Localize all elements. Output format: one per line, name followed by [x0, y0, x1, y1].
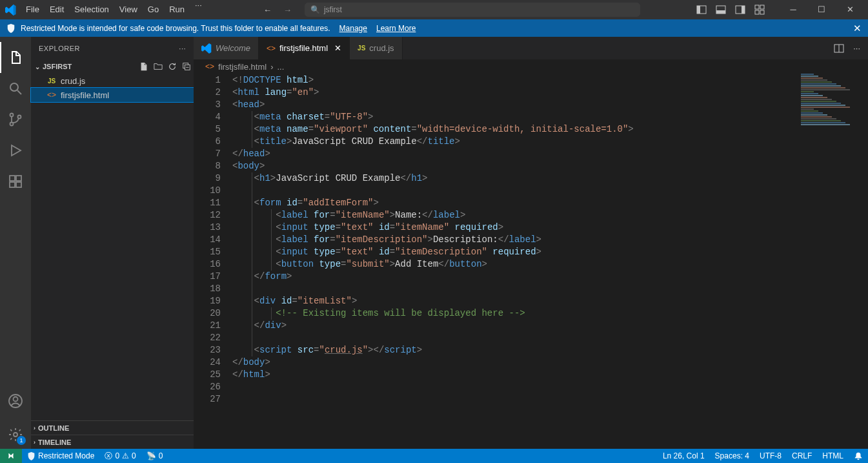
- activity-bar: 1: [0, 37, 31, 449]
- shield-icon: [6, 24, 15, 33]
- tab-label: firstjsfile.html: [279, 43, 328, 53]
- nav-arrows: ← →: [263, 5, 305, 15]
- js-file-icon: JS: [358, 45, 365, 52]
- file-label: firstjsfile.html: [61, 90, 109, 100]
- activity-source-control-icon[interactable]: [0, 104, 31, 135]
- sidebar-more-icon[interactable]: ···: [179, 45, 186, 52]
- tab-label: crud.js: [369, 43, 394, 53]
- svg-line-11: [17, 90, 21, 94]
- nav-back-icon[interactable]: ←: [263, 5, 272, 15]
- status-problems[interactable]: ⓧ0 ⚠0: [99, 451, 141, 462]
- sidebar-title: EXPLORER: [39, 45, 80, 52]
- status-eol[interactable]: CRLF: [787, 451, 817, 460]
- window-maximize-icon[interactable]: ☐: [807, 0, 836, 19]
- line-numbers: 1234567891011121314151617181920212223242…: [194, 74, 232, 449]
- banner-learn-link[interactable]: Learn More: [376, 24, 416, 33]
- customize-layout-icon[interactable]: [754, 5, 765, 15]
- html-file-icon: <>: [205, 62, 214, 71]
- tab-welcome[interactable]: Welcome: [194, 37, 259, 59]
- window-close-icon[interactable]: ✕: [836, 0, 864, 19]
- toggle-primary-sidebar-icon[interactable]: [696, 5, 707, 15]
- banner-text: Restricted Mode is intended for safe cod…: [21, 24, 330, 33]
- tab-crud-js[interactable]: JS crud.js: [350, 37, 403, 59]
- chevron-right-icon: ›: [34, 439, 35, 446]
- svg-rect-16: [10, 182, 15, 187]
- status-encoding[interactable]: UTF-8: [754, 451, 787, 460]
- svg-rect-7: [760, 5, 764, 9]
- split-editor-icon[interactable]: [834, 43, 844, 54]
- command-center[interactable]: 🔍 jsfirst: [305, 3, 640, 17]
- breadcrumb-separator: ›: [270, 62, 273, 72]
- svg-point-13: [10, 123, 14, 126]
- breadcrumbs[interactable]: <> firstjsfile.html › ...: [194, 59, 868, 74]
- svg-rect-17: [16, 182, 21, 187]
- error-icon: ⓧ: [105, 451, 112, 462]
- status-notifications-icon[interactable]: [849, 451, 868, 460]
- folder-header[interactable]: ⌄ JSFIRST: [31, 59, 194, 74]
- svg-rect-15: [10, 176, 15, 181]
- activity-debug-icon[interactable]: [0, 135, 31, 166]
- outline-section[interactable]: › OUTLINE: [31, 420, 194, 435]
- sidebar-header: EXPLORER ···: [31, 37, 194, 59]
- tab-close-icon[interactable]: ✕: [334, 43, 341, 53]
- svg-rect-6: [755, 5, 759, 9]
- refresh-icon[interactable]: [168, 62, 177, 71]
- chevron-right-icon: ›: [34, 425, 35, 431]
- timeline-section[interactable]: › TIMELINE: [31, 435, 194, 449]
- tab-label: Welcome: [216, 43, 250, 53]
- status-lang[interactable]: HTML: [817, 451, 849, 460]
- status-bar: Restricted Mode ⓧ0 ⚠0 📡0 Ln 26, Col 1 Sp…: [0, 449, 868, 463]
- remote-indicator-icon[interactable]: [0, 449, 22, 463]
- activity-explorer-icon[interactable]: [0, 42, 31, 73]
- timeline-label: TIMELINE: [38, 438, 71, 446]
- breadcrumb-rest: ...: [277, 62, 284, 72]
- status-indent[interactable]: Spaces: 4: [710, 451, 754, 460]
- svg-point-12: [10, 114, 14, 117]
- window-minimize-icon[interactable]: ─: [779, 0, 807, 19]
- file-item-firstjsfile-html[interactable]: <> firstjsfile.html: [31, 88, 194, 102]
- collapse-all-icon[interactable]: [182, 62, 191, 71]
- toggle-secondary-sidebar-icon[interactable]: [735, 5, 745, 15]
- editor-tabs: Welcome <> firstjsfile.html ✕ JS crud.js…: [194, 37, 868, 59]
- banner-manage-link[interactable]: Manage: [339, 24, 367, 33]
- toggle-panel-icon[interactable]: [716, 5, 726, 15]
- app-logo: [0, 5, 21, 15]
- activity-account-icon[interactable]: [0, 386, 31, 417]
- status-restricted-mode[interactable]: Restricted Mode: [22, 451, 99, 460]
- menu-view[interactable]: View: [114, 0, 143, 19]
- file-item-crud-js[interactable]: JS crud.js: [31, 74, 194, 88]
- file-list: JS crud.js <> firstjsfile.html: [31, 74, 194, 102]
- svg-rect-1: [697, 6, 700, 14]
- activity-search-icon[interactable]: [0, 73, 31, 104]
- menu-more-icon[interactable]: ···: [190, 0, 207, 19]
- menu-edit[interactable]: Edit: [45, 0, 69, 19]
- new-folder-icon[interactable]: [154, 62, 163, 71]
- svg-rect-9: [760, 10, 764, 14]
- editor[interactable]: 1234567891011121314151617181920212223242…: [194, 74, 868, 449]
- html-file-icon: <>: [46, 90, 57, 99]
- menu-file[interactable]: File: [21, 0, 45, 19]
- menu-selection[interactable]: Selection: [69, 0, 114, 19]
- status-cursor[interactable]: Ln 26, Col 1: [658, 451, 710, 460]
- new-file-icon[interactable]: [139, 62, 148, 71]
- tab-firstjsfile[interactable]: <> firstjsfile.html ✕: [259, 37, 350, 59]
- menu-run[interactable]: Run: [164, 0, 190, 19]
- restricted-mode-banner: Restricted Mode is intended for safe cod…: [0, 19, 868, 37]
- activity-settings-icon[interactable]: 1: [0, 420, 31, 449]
- status-ports[interactable]: 📡0: [141, 451, 168, 460]
- status-restricted-label: Restricted Mode: [38, 451, 94, 460]
- svg-rect-18: [16, 176, 21, 181]
- editor-more-icon[interactable]: ···: [853, 43, 860, 53]
- code-area[interactable]: <!DOCTYPE html><html lang="en"><head> <m…: [232, 74, 868, 449]
- settings-badge: 1: [17, 436, 26, 445]
- activity-extensions-icon[interactable]: [0, 166, 31, 197]
- outline-label: OUTLINE: [38, 424, 69, 432]
- nav-forward-icon[interactable]: →: [283, 5, 292, 15]
- svg-rect-8: [755, 10, 759, 14]
- breadcrumb-file: firstjsfile.html: [218, 62, 267, 72]
- svg-point-21: [14, 433, 17, 437]
- svg-rect-3: [716, 10, 725, 14]
- svg-rect-5: [742, 6, 745, 14]
- banner-close-icon[interactable]: ✕: [853, 23, 862, 34]
- menu-go[interactable]: Go: [143, 0, 164, 19]
